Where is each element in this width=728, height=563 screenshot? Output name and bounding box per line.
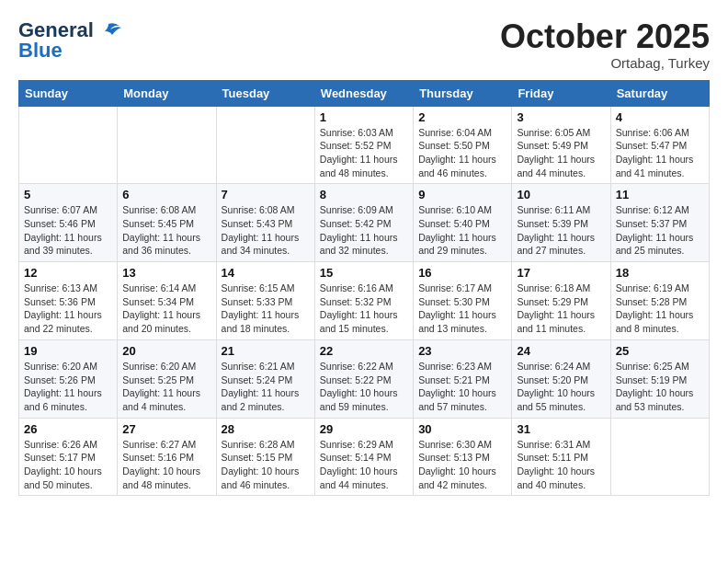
day-number: 24 — [517, 344, 605, 358]
day-number: 14 — [222, 266, 310, 280]
calendar-cell: 19Sunrise: 6:20 AMSunset: 5:26 PMDayligh… — [19, 339, 118, 418]
day-number: 15 — [320, 266, 408, 280]
day-number: 11 — [616, 188, 704, 201]
calendar-cell: 28Sunrise: 6:28 AMSunset: 5:15 PMDayligh… — [216, 418, 314, 496]
calendar-week-5: 26Sunrise: 6:26 AMSunset: 5:17 PMDayligh… — [19, 418, 710, 496]
calendar-cell — [19, 106, 118, 184]
calendar-cell: 21Sunrise: 6:21 AMSunset: 5:24 PMDayligh… — [216, 339, 314, 418]
day-info: Sunrise: 6:09 AMSunset: 5:42 PMDaylight:… — [320, 203, 408, 258]
day-number: 30 — [418, 422, 506, 436]
day-info: Sunrise: 6:10 AMSunset: 5:40 PMDaylight:… — [418, 203, 506, 258]
day-number: 29 — [320, 422, 408, 436]
day-info: Sunrise: 6:08 AMSunset: 5:45 PMDaylight:… — [122, 203, 210, 258]
calendar-cell: 14Sunrise: 6:15 AMSunset: 5:33 PMDayligh… — [216, 262, 314, 340]
day-number: 5 — [24, 188, 112, 201]
day-info: Sunrise: 6:17 AMSunset: 5:30 PMDaylight:… — [418, 282, 506, 336]
calendar-cell — [118, 106, 216, 184]
calendar-cell: 5Sunrise: 6:07 AMSunset: 5:46 PMDaylight… — [19, 184, 118, 262]
day-number: 26 — [24, 422, 112, 436]
day-info: Sunrise: 6:12 AMSunset: 5:37 PMDaylight:… — [616, 203, 704, 258]
day-number: 17 — [517, 266, 605, 280]
weekday-header-sunday: Sunday — [19, 80, 118, 106]
calendar-cell — [216, 106, 314, 184]
calendar-cell: 11Sunrise: 6:12 AMSunset: 5:37 PMDayligh… — [610, 184, 709, 262]
day-number: 3 — [517, 110, 605, 124]
calendar-cell: 9Sunrise: 6:10 AMSunset: 5:40 PMDaylight… — [414, 184, 512, 262]
day-info: Sunrise: 6:26 AMSunset: 5:17 PMDaylight:… — [24, 438, 112, 492]
location-subtitle: Ortabag, Turkey — [500, 55, 710, 71]
day-info: Sunrise: 6:20 AMSunset: 5:25 PMDaylight:… — [122, 360, 210, 414]
day-info: Sunrise: 6:21 AMSunset: 5:24 PMDaylight:… — [222, 360, 310, 414]
calendar-cell: 15Sunrise: 6:16 AMSunset: 5:32 PMDayligh… — [314, 262, 413, 340]
day-info: Sunrise: 6:28 AMSunset: 5:15 PMDaylight:… — [222, 438, 310, 492]
day-number: 18 — [616, 266, 704, 280]
calendar-cell: 4Sunrise: 6:06 AMSunset: 5:47 PMDaylight… — [610, 106, 709, 184]
day-number: 22 — [320, 344, 408, 358]
day-info: Sunrise: 6:30 AMSunset: 5:13 PMDaylight:… — [418, 438, 506, 492]
day-info: Sunrise: 6:15 AMSunset: 5:33 PMDaylight:… — [222, 282, 310, 336]
day-number: 1 — [320, 110, 408, 124]
calendar-cell: 31Sunrise: 6:31 AMSunset: 5:11 PMDayligh… — [512, 418, 610, 496]
calendar-cell: 10Sunrise: 6:11 AMSunset: 5:39 PMDayligh… — [512, 184, 610, 262]
calendar-cell: 20Sunrise: 6:20 AMSunset: 5:25 PMDayligh… — [118, 339, 216, 418]
calendar-cell: 8Sunrise: 6:09 AMSunset: 5:42 PMDaylight… — [314, 184, 413, 262]
day-number: 27 — [122, 422, 210, 436]
day-number: 16 — [418, 266, 506, 280]
day-number: 13 — [122, 266, 210, 280]
day-number: 28 — [222, 422, 310, 436]
calendar-cell: 18Sunrise: 6:19 AMSunset: 5:28 PMDayligh… — [610, 262, 709, 340]
calendar-cell: 17Sunrise: 6:18 AMSunset: 5:29 PMDayligh… — [512, 262, 610, 340]
calendar-cell: 7Sunrise: 6:08 AMSunset: 5:43 PMDaylight… — [216, 184, 314, 262]
weekday-header-saturday: Saturday — [610, 80, 709, 106]
day-info: Sunrise: 6:06 AMSunset: 5:47 PMDaylight:… — [616, 126, 704, 180]
calendar-cell: 16Sunrise: 6:17 AMSunset: 5:30 PMDayligh… — [414, 262, 512, 340]
calendar-cell: 3Sunrise: 6:05 AMSunset: 5:49 PMDaylight… — [512, 106, 610, 184]
day-info: Sunrise: 6:03 AMSunset: 5:52 PMDaylight:… — [320, 126, 408, 180]
calendar-cell: 22Sunrise: 6:22 AMSunset: 5:22 PMDayligh… — [314, 339, 413, 418]
calendar-cell: 29Sunrise: 6:29 AMSunset: 5:14 PMDayligh… — [314, 418, 413, 496]
day-info: Sunrise: 6:31 AMSunset: 5:11 PMDaylight:… — [517, 438, 605, 492]
calendar-week-3: 12Sunrise: 6:13 AMSunset: 5:36 PMDayligh… — [19, 262, 710, 340]
day-info: Sunrise: 6:07 AMSunset: 5:46 PMDaylight:… — [24, 203, 112, 258]
day-number: 9 — [418, 188, 506, 201]
day-number: 21 — [222, 344, 310, 358]
calendar-cell: 26Sunrise: 6:26 AMSunset: 5:17 PMDayligh… — [19, 418, 118, 496]
day-info: Sunrise: 6:04 AMSunset: 5:50 PMDaylight:… — [418, 126, 506, 180]
day-info: Sunrise: 6:11 AMSunset: 5:39 PMDaylight:… — [517, 203, 605, 258]
day-number: 2 — [418, 110, 506, 124]
calendar-cell: 27Sunrise: 6:27 AMSunset: 5:16 PMDayligh… — [118, 418, 216, 496]
calendar-cell — [610, 418, 709, 496]
logo-bird-icon — [96, 22, 121, 39]
calendar-cell: 23Sunrise: 6:23 AMSunset: 5:21 PMDayligh… — [414, 339, 512, 418]
weekday-header-tuesday: Tuesday — [216, 80, 314, 106]
weekday-header-monday: Monday — [118, 80, 216, 106]
day-number: 8 — [320, 188, 408, 201]
day-info: Sunrise: 6:29 AMSunset: 5:14 PMDaylight:… — [320, 438, 408, 492]
day-info: Sunrise: 6:05 AMSunset: 5:49 PMDaylight:… — [517, 126, 605, 180]
day-number: 7 — [222, 188, 310, 201]
calendar-cell: 13Sunrise: 6:14 AMSunset: 5:34 PMDayligh… — [118, 262, 216, 340]
day-info: Sunrise: 6:25 AMSunset: 5:19 PMDaylight:… — [616, 360, 704, 414]
day-info: Sunrise: 6:08 AMSunset: 5:43 PMDaylight:… — [222, 203, 310, 258]
day-info: Sunrise: 6:13 AMSunset: 5:36 PMDaylight:… — [24, 282, 112, 336]
day-number: 31 — [517, 422, 605, 436]
calendar-cell: 2Sunrise: 6:04 AMSunset: 5:50 PMDaylight… — [414, 106, 512, 184]
day-info: Sunrise: 6:16 AMSunset: 5:32 PMDaylight:… — [320, 282, 408, 336]
weekday-header-friday: Friday — [512, 80, 610, 106]
day-number: 25 — [616, 344, 704, 358]
day-info: Sunrise: 6:19 AMSunset: 5:28 PMDaylight:… — [616, 282, 704, 336]
day-number: 4 — [616, 110, 704, 124]
logo-blue: Blue — [18, 39, 63, 63]
day-info: Sunrise: 6:23 AMSunset: 5:21 PMDaylight:… — [418, 360, 506, 414]
weekday-header-row: SundayMondayTuesdayWednesdayThursdayFrid… — [19, 80, 710, 106]
day-number: 6 — [122, 188, 210, 201]
day-info: Sunrise: 6:22 AMSunset: 5:22 PMDaylight:… — [320, 360, 408, 414]
calendar-cell: 6Sunrise: 6:08 AMSunset: 5:45 PMDaylight… — [118, 184, 216, 262]
day-number: 20 — [122, 344, 210, 358]
page-header: General Blue October 2025 Ortabag, Turke… — [18, 18, 710, 71]
weekday-header-thursday: Thursday — [414, 80, 512, 106]
day-number: 23 — [418, 344, 506, 358]
title-area: October 2025 Ortabag, Turkey — [500, 18, 710, 71]
day-info: Sunrise: 6:20 AMSunset: 5:26 PMDaylight:… — [24, 360, 112, 414]
day-number: 12 — [24, 266, 112, 280]
